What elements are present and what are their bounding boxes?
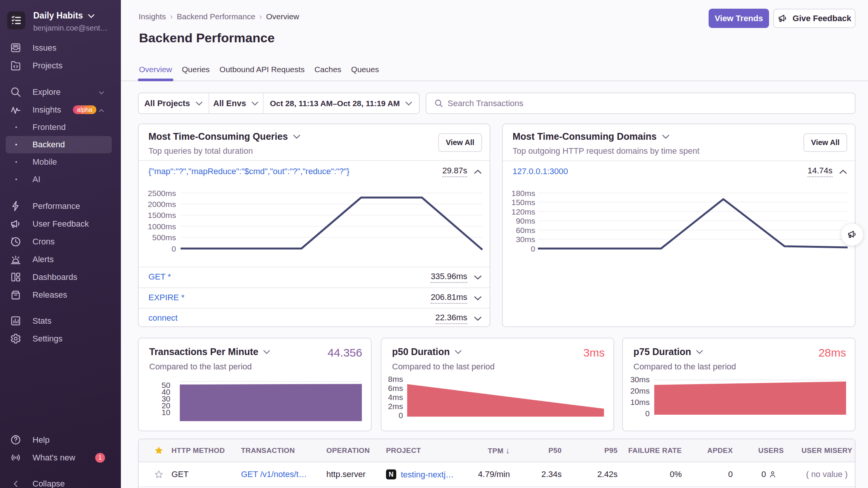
svg-text:1000ms: 1000ms <box>148 222 176 231</box>
svg-text:30ms: 30ms <box>630 375 650 384</box>
svg-text:20ms: 20ms <box>630 386 650 395</box>
svg-text:10ms: 10ms <box>630 398 650 406</box>
svg-text:0: 0 <box>531 244 535 253</box>
svg-text:2000ms: 2000ms <box>148 200 176 208</box>
svg-text:4ms: 4ms <box>388 393 403 402</box>
svg-text:6ms: 6ms <box>388 384 403 392</box>
svg-text:10: 10 <box>162 408 170 417</box>
svg-text:0: 0 <box>398 411 403 420</box>
svg-text:90ms: 90ms <box>516 216 535 225</box>
svg-text:2ms: 2ms <box>388 402 403 411</box>
svg-text:60ms: 60ms <box>516 226 535 235</box>
svg-text:0: 0 <box>171 244 176 253</box>
svg-text:N: N <box>389 471 394 478</box>
svg-text:500ms: 500ms <box>152 233 176 242</box>
svg-text:120ms: 120ms <box>511 207 535 216</box>
svg-text:8ms: 8ms <box>388 375 403 383</box>
svg-text:150ms: 150ms <box>511 198 535 207</box>
svg-text:180ms: 180ms <box>511 189 535 198</box>
svg-text:2500ms: 2500ms <box>148 189 176 198</box>
svg-text:1500ms: 1500ms <box>148 211 176 219</box>
svg-text:0: 0 <box>645 409 650 418</box>
svg-text:30ms: 30ms <box>516 235 535 244</box>
